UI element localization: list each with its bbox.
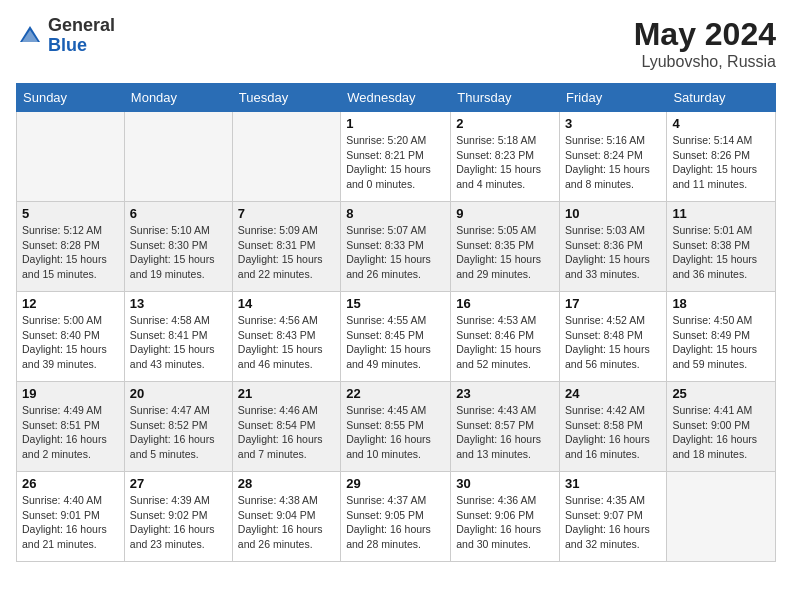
day-info: Sunrise: 4:40 AM Sunset: 9:01 PM Dayligh… [22,493,119,552]
day-number: 31 [565,476,661,491]
day-info: Sunrise: 4:58 AM Sunset: 8:41 PM Dayligh… [130,313,227,372]
calendar-cell: 10Sunrise: 5:03 AM Sunset: 8:36 PM Dayli… [560,202,667,292]
day-number: 7 [238,206,335,221]
day-number: 12 [22,296,119,311]
calendar-cell: 26Sunrise: 4:40 AM Sunset: 9:01 PM Dayli… [17,472,125,562]
day-info: Sunrise: 4:55 AM Sunset: 8:45 PM Dayligh… [346,313,445,372]
calendar-cell: 2Sunrise: 5:18 AM Sunset: 8:23 PM Daylig… [451,112,560,202]
calendar-week-row: 5Sunrise: 5:12 AM Sunset: 8:28 PM Daylig… [17,202,776,292]
day-info: Sunrise: 4:42 AM Sunset: 8:58 PM Dayligh… [565,403,661,462]
day-number: 20 [130,386,227,401]
day-info: Sunrise: 5:10 AM Sunset: 8:30 PM Dayligh… [130,223,227,282]
calendar-cell: 14Sunrise: 4:56 AM Sunset: 8:43 PM Dayli… [232,292,340,382]
logo: General Blue [16,16,115,56]
calendar-cell [232,112,340,202]
day-info: Sunrise: 4:53 AM Sunset: 8:46 PM Dayligh… [456,313,554,372]
day-info: Sunrise: 4:56 AM Sunset: 8:43 PM Dayligh… [238,313,335,372]
day-number: 16 [456,296,554,311]
calendar-cell: 21Sunrise: 4:46 AM Sunset: 8:54 PM Dayli… [232,382,340,472]
calendar-cell: 25Sunrise: 4:41 AM Sunset: 9:00 PM Dayli… [667,382,776,472]
calendar-cell: 9Sunrise: 5:05 AM Sunset: 8:35 PM Daylig… [451,202,560,292]
day-info: Sunrise: 4:47 AM Sunset: 8:52 PM Dayligh… [130,403,227,462]
day-info: Sunrise: 4:45 AM Sunset: 8:55 PM Dayligh… [346,403,445,462]
day-number: 24 [565,386,661,401]
logo-general: General [48,16,115,36]
day-info: Sunrise: 4:35 AM Sunset: 9:07 PM Dayligh… [565,493,661,552]
day-header-saturday: Saturday [667,84,776,112]
day-info: Sunrise: 4:37 AM Sunset: 9:05 PM Dayligh… [346,493,445,552]
day-header-tuesday: Tuesday [232,84,340,112]
calendar-cell: 18Sunrise: 4:50 AM Sunset: 8:49 PM Dayli… [667,292,776,382]
day-number: 26 [22,476,119,491]
calendar-cell: 5Sunrise: 5:12 AM Sunset: 8:28 PM Daylig… [17,202,125,292]
calendar-cell [17,112,125,202]
calendar-cell: 29Sunrise: 4:37 AM Sunset: 9:05 PM Dayli… [341,472,451,562]
calendar-cell [667,472,776,562]
logo-icon [16,22,44,50]
calendar-week-row: 19Sunrise: 4:49 AM Sunset: 8:51 PM Dayli… [17,382,776,472]
day-number: 17 [565,296,661,311]
calendar-cell: 27Sunrise: 4:39 AM Sunset: 9:02 PM Dayli… [124,472,232,562]
day-number: 21 [238,386,335,401]
day-number: 25 [672,386,770,401]
day-info: Sunrise: 5:01 AM Sunset: 8:38 PM Dayligh… [672,223,770,282]
day-number: 29 [346,476,445,491]
page-header: General Blue May 2024 Lyubovsho, Russia [16,16,776,71]
day-info: Sunrise: 4:49 AM Sunset: 8:51 PM Dayligh… [22,403,119,462]
calendar-week-row: 26Sunrise: 4:40 AM Sunset: 9:01 PM Dayli… [17,472,776,562]
calendar-cell: 17Sunrise: 4:52 AM Sunset: 8:48 PM Dayli… [560,292,667,382]
logo-text: General Blue [48,16,115,56]
day-info: Sunrise: 5:20 AM Sunset: 8:21 PM Dayligh… [346,133,445,192]
day-info: Sunrise: 5:07 AM Sunset: 8:33 PM Dayligh… [346,223,445,282]
day-number: 9 [456,206,554,221]
day-info: Sunrise: 5:16 AM Sunset: 8:24 PM Dayligh… [565,133,661,192]
day-info: Sunrise: 4:43 AM Sunset: 8:57 PM Dayligh… [456,403,554,462]
calendar-cell: 4Sunrise: 5:14 AM Sunset: 8:26 PM Daylig… [667,112,776,202]
day-info: Sunrise: 4:50 AM Sunset: 8:49 PM Dayligh… [672,313,770,372]
day-number: 18 [672,296,770,311]
day-number: 1 [346,116,445,131]
calendar-table: SundayMondayTuesdayWednesdayThursdayFrid… [16,83,776,562]
calendar-cell: 19Sunrise: 4:49 AM Sunset: 8:51 PM Dayli… [17,382,125,472]
day-number: 13 [130,296,227,311]
day-header-friday: Friday [560,84,667,112]
day-header-monday: Monday [124,84,232,112]
day-info: Sunrise: 5:18 AM Sunset: 8:23 PM Dayligh… [456,133,554,192]
day-info: Sunrise: 4:39 AM Sunset: 9:02 PM Dayligh… [130,493,227,552]
calendar-cell: 15Sunrise: 4:55 AM Sunset: 8:45 PM Dayli… [341,292,451,382]
day-number: 5 [22,206,119,221]
calendar-cell: 3Sunrise: 5:16 AM Sunset: 8:24 PM Daylig… [560,112,667,202]
calendar-cell: 12Sunrise: 5:00 AM Sunset: 8:40 PM Dayli… [17,292,125,382]
calendar-cell: 22Sunrise: 4:45 AM Sunset: 8:55 PM Dayli… [341,382,451,472]
day-number: 22 [346,386,445,401]
calendar-header-row: SundayMondayTuesdayWednesdayThursdayFrid… [17,84,776,112]
day-number: 27 [130,476,227,491]
calendar-week-row: 1Sunrise: 5:20 AM Sunset: 8:21 PM Daylig… [17,112,776,202]
day-number: 11 [672,206,770,221]
day-info: Sunrise: 4:46 AM Sunset: 8:54 PM Dayligh… [238,403,335,462]
day-number: 10 [565,206,661,221]
day-info: Sunrise: 4:38 AM Sunset: 9:04 PM Dayligh… [238,493,335,552]
location: Lyubovsho, Russia [634,53,776,71]
calendar-cell: 7Sunrise: 5:09 AM Sunset: 8:31 PM Daylig… [232,202,340,292]
calendar-cell: 11Sunrise: 5:01 AM Sunset: 8:38 PM Dayli… [667,202,776,292]
day-info: Sunrise: 5:00 AM Sunset: 8:40 PM Dayligh… [22,313,119,372]
day-header-thursday: Thursday [451,84,560,112]
calendar-cell: 28Sunrise: 4:38 AM Sunset: 9:04 PM Dayli… [232,472,340,562]
day-header-wednesday: Wednesday [341,84,451,112]
day-number: 19 [22,386,119,401]
day-info: Sunrise: 4:52 AM Sunset: 8:48 PM Dayligh… [565,313,661,372]
calendar-cell: 24Sunrise: 4:42 AM Sunset: 8:58 PM Dayli… [560,382,667,472]
calendar-cell: 1Sunrise: 5:20 AM Sunset: 8:21 PM Daylig… [341,112,451,202]
day-number: 6 [130,206,227,221]
day-number: 28 [238,476,335,491]
day-info: Sunrise: 5:09 AM Sunset: 8:31 PM Dayligh… [238,223,335,282]
day-header-sunday: Sunday [17,84,125,112]
day-info: Sunrise: 4:36 AM Sunset: 9:06 PM Dayligh… [456,493,554,552]
calendar-cell [124,112,232,202]
day-number: 23 [456,386,554,401]
day-number: 14 [238,296,335,311]
calendar-week-row: 12Sunrise: 5:00 AM Sunset: 8:40 PM Dayli… [17,292,776,382]
calendar-cell: 8Sunrise: 5:07 AM Sunset: 8:33 PM Daylig… [341,202,451,292]
calendar-cell: 20Sunrise: 4:47 AM Sunset: 8:52 PM Dayli… [124,382,232,472]
